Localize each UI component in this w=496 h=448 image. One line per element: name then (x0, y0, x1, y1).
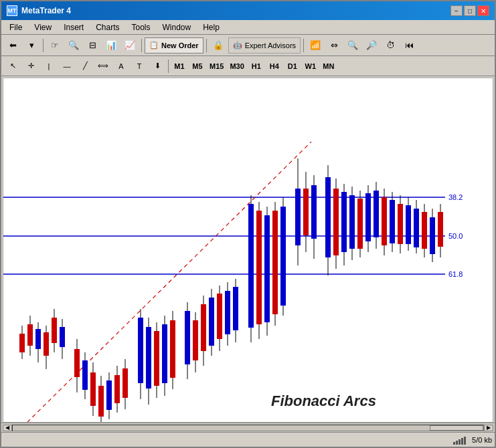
tool-hline[interactable]: — (58, 58, 76, 74)
tf-mn[interactable]: MN (320, 59, 337, 74)
toolbar-chart-btn[interactable]: 📊 (102, 37, 120, 53)
close-button[interactable]: ✕ (477, 5, 489, 16)
tool-text-label[interactable]: T (131, 58, 148, 74)
svg-rect-93 (398, 204, 403, 244)
title-bar-left: MT MetaTrader 4 (7, 5, 71, 16)
tf-d1[interactable]: D1 (284, 59, 301, 74)
minimize-button[interactable]: − (450, 5, 463, 16)
bar3 (459, 439, 461, 445)
svg-rect-41 (162, 324, 167, 383)
tool-tline[interactable]: ╱ (76, 58, 94, 74)
toolbar-expand-btn[interactable]: ⇔ (325, 37, 343, 53)
toolbar-zoom-m-btn[interactable]: 🔎 (363, 37, 380, 53)
svg-rect-91 (390, 200, 395, 243)
svg-rect-95 (406, 205, 411, 244)
new-order-button[interactable]: 📋 New Order (145, 37, 203, 53)
svg-rect-99 (422, 212, 427, 249)
tool-arrow-drop[interactable]: ⬇ (149, 58, 166, 74)
svg-rect-37 (146, 327, 151, 388)
tool-channel[interactable]: ⟺ (94, 58, 112, 74)
svg-rect-33 (122, 368, 128, 398)
toolbar-bar-btn[interactable]: 📈 (121, 37, 139, 53)
toolbar-scroll-btn[interactable]: ⏮ (400, 37, 418, 53)
toolbar-volume-btn[interactable]: 📶 (307, 37, 324, 53)
expert-advisors-button[interactable]: 🤖 Expert Advisors (228, 37, 301, 53)
svg-rect-53 (217, 294, 222, 339)
toolbar-hand-btn[interactable]: ☞ (46, 37, 64, 53)
app-icon: MT (7, 5, 17, 16)
bar5 (464, 437, 466, 445)
svg-rect-83 (357, 199, 363, 249)
scrollbar-track[interactable] (12, 425, 484, 431)
toolbar-arrow-btn[interactable]: ⬅ (4, 37, 21, 53)
svg-rect-75 (325, 177, 331, 257)
tf-h4[interactable]: H4 (266, 59, 283, 74)
toolbar-zoom-out-btn[interactable]: ⊟ (84, 37, 101, 53)
toolbar-dropdown-btn[interactable]: ▾ (23, 37, 40, 53)
new-order-label: New Order (161, 41, 199, 49)
svg-rect-31 (114, 375, 120, 403)
toolbar-lock-icon: 🔒 (210, 37, 227, 53)
scrollbar-thumb[interactable] (430, 425, 483, 431)
toolbar-period-btn[interactable]: ⏱ (382, 37, 399, 53)
menu-help[interactable]: Help (197, 21, 225, 33)
svg-rect-15 (44, 332, 49, 356)
svg-rect-51 (209, 298, 214, 346)
tool-cursor[interactable]: ↖ (4, 58, 21, 74)
svg-rect-55 (225, 291, 230, 334)
svg-rect-17 (52, 318, 57, 343)
svg-rect-77 (333, 189, 339, 255)
sep5 (168, 60, 169, 73)
tf-m1[interactable]: M1 (171, 59, 188, 74)
statusbar: 5/0 kb (1, 432, 495, 447)
tf-h1[interactable]: H1 (248, 59, 265, 74)
tf-w1[interactable]: W1 (302, 59, 319, 74)
svg-rect-21 (74, 349, 80, 377)
svg-rect-71 (303, 189, 309, 235)
toolbar1: ⬅ ▾ ☞ 🔍 ⊟ 📊 📈 📋 New Order 🔒 🤖 Expert Adv… (1, 35, 495, 56)
svg-rect-61 (256, 211, 262, 324)
bar2 (456, 441, 458, 445)
menu-window[interactable]: Window (157, 21, 197, 33)
chart-area[interactable]: 38.2 50.0 61.8 (3, 78, 493, 423)
svg-rect-81 (349, 195, 355, 249)
menu-charts[interactable]: Charts (90, 21, 125, 33)
scrollbar-horizontal[interactable]: ◀ ▶ (1, 423, 495, 432)
svg-rect-89 (382, 197, 387, 245)
title-bar: MT MetaTrader 4 − □ ✕ (1, 1, 495, 20)
toolbar2: ↖ ✛ | — ╱ ⟺ A T ⬇ M1 M5 M15 M30 H1 H4 D1… (1, 56, 495, 76)
tf-m15[interactable]: M15 (207, 59, 226, 74)
toolbar-zoom-in-btn[interactable]: 🔍 (65, 37, 82, 53)
scroll-left-button[interactable]: ◀ (3, 425, 12, 431)
toolbar-zoom-p-btn[interactable]: 🔍 (344, 37, 361, 53)
tool-cross[interactable]: ✛ (22, 58, 39, 74)
sep1 (43, 39, 44, 52)
tool-vline[interactable]: | (40, 58, 58, 74)
menu-tools[interactable]: Tools (127, 21, 156, 33)
scroll-right-button[interactable]: ▶ (484, 425, 493, 431)
svg-text:50.0: 50.0 (448, 232, 463, 240)
svg-rect-29 (106, 380, 112, 410)
tf-m5[interactable]: M5 (189, 59, 206, 74)
statusbar-right: 5/0 kb (453, 435, 492, 445)
svg-rect-101 (430, 217, 435, 254)
bar4 (461, 438, 463, 445)
tool-text-a[interactable]: A (112, 58, 130, 74)
svg-text:61.8: 61.8 (448, 270, 463, 278)
menu-view[interactable]: View (29, 21, 57, 33)
svg-rect-45 (185, 311, 190, 364)
window-controls: − □ ✕ (450, 5, 489, 16)
svg-rect-97 (414, 209, 419, 247)
menu-insert[interactable]: Insert (58, 21, 89, 33)
svg-rect-13 (35, 329, 41, 349)
maximize-button[interactable]: □ (464, 5, 476, 16)
sep3 (206, 39, 207, 52)
svg-rect-57 (233, 287, 238, 330)
svg-rect-65 (272, 211, 278, 314)
svg-rect-49 (201, 304, 206, 351)
svg-rect-85 (365, 193, 371, 241)
kb-label: 5/0 kb (472, 436, 492, 444)
menu-file[interactable]: File (4, 21, 27, 33)
svg-rect-63 (264, 215, 270, 322)
tf-m30[interactable]: M30 (227, 59, 246, 74)
